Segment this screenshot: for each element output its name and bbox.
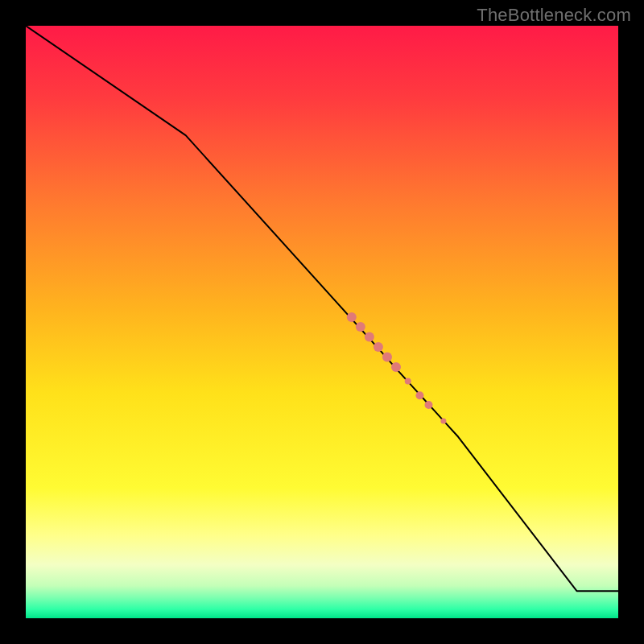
highlight-marker [365, 332, 374, 341]
highlight-marker [405, 378, 411, 385]
watermark-text: TheBottleneck.com [477, 5, 631, 26]
highlight-marker [382, 352, 392, 361]
line-layer [26, 26, 618, 618]
chart-stage: TheBottleneck.com [0, 0, 644, 644]
main-curve [26, 26, 618, 591]
highlight-marker [415, 391, 423, 399]
highlight-markers [347, 312, 447, 423]
plot-area [26, 26, 618, 618]
highlight-marker [356, 322, 365, 332]
highlight-marker [440, 418, 446, 423]
highlight-marker [347, 312, 357, 322]
highlight-marker [374, 342, 383, 352]
highlight-marker [391, 362, 401, 372]
highlight-marker [424, 401, 432, 409]
